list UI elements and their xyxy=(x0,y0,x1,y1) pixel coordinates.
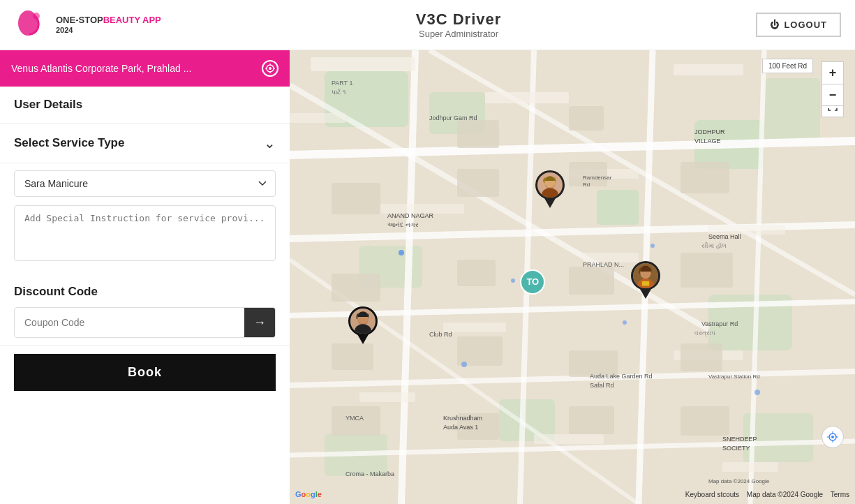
google-e: e xyxy=(318,490,322,498)
google-g2: g xyxy=(311,490,315,498)
svg-rect-60 xyxy=(569,406,614,434)
header-center: V3C Driver Super Administrator xyxy=(416,10,502,39)
map-marker-to: TO xyxy=(520,269,545,295)
svg-text:વસ્ત્રાપ: વસ્ત્રાપ xyxy=(694,329,715,337)
svg-text:PART 1: PART 1 xyxy=(332,80,353,87)
target-icon xyxy=(265,64,275,73)
svg-text:Safal Rd: Safal Rd xyxy=(590,382,614,389)
service-select-area: Sara ManicureSara PedicureHair CutFacial xyxy=(0,163,290,275)
coupon-input[interactable] xyxy=(15,310,244,335)
left-panel: Venus Atlantis Corporate Park, Prahlad .… xyxy=(0,50,290,504)
map-marker-2 xyxy=(347,306,379,346)
svg-text:Croma - Makarba: Croma - Makarba xyxy=(345,470,394,477)
page-subtitle: Super Administrator xyxy=(416,29,502,39)
svg-rect-105 xyxy=(642,281,649,286)
map-distance-label: 100 Feet Rd xyxy=(762,59,813,73)
marker-tail-2 xyxy=(357,334,369,344)
marker-pin-2 xyxy=(347,306,379,346)
svg-text:Club Rd: Club Rd xyxy=(429,331,452,338)
svg-text:પાર્ટ ૧: પાર્ટ ૧ xyxy=(332,89,346,96)
logo-area: ONE-STOPBEAUTY APP 2024 xyxy=(14,8,161,43)
zoom-out-button[interactable]: − xyxy=(821,84,844,106)
svg-text:સીમા હૉલ: સીમા હૉલ xyxy=(701,242,727,249)
svg-rect-34 xyxy=(290,113,345,123)
svg-rect-57 xyxy=(681,343,722,371)
svg-rect-52 xyxy=(569,267,614,295)
discount-title: Discount Code xyxy=(14,285,276,299)
svg-rect-51 xyxy=(457,260,496,286)
marker-avatar-3 xyxy=(631,261,660,290)
svg-text:VILLAGE: VILLAGE xyxy=(694,138,721,144)
svg-rect-47 xyxy=(457,169,499,197)
map-attribution: Keyboard stcouts Map data ©2024 Google T… xyxy=(685,491,849,498)
svg-rect-42 xyxy=(534,434,604,444)
coupon-submit-button[interactable]: → xyxy=(244,308,275,337)
svg-rect-41 xyxy=(359,392,415,402)
special-instruction-input[interactable] xyxy=(14,205,276,261)
svg-rect-46 xyxy=(332,183,380,214)
svg-point-92 xyxy=(754,390,760,395)
book-btn-area: Book xyxy=(0,346,290,399)
svg-text:Krushnadham: Krushnadham xyxy=(443,415,482,422)
svg-text:Vastrapur Station Rd: Vastrapur Station Rd xyxy=(708,373,760,380)
my-location-button[interactable] xyxy=(821,426,844,448)
logout-button[interactable]: ⏻ LOGOUT xyxy=(756,13,841,37)
svg-text:PRAHLAD N...: PRAHLAD N... xyxy=(583,261,624,268)
power-icon: ⏻ xyxy=(770,20,780,30)
zoom-in-button[interactable]: + xyxy=(821,61,844,84)
location-icon[interactable] xyxy=(262,60,278,77)
book-button[interactable]: Book xyxy=(14,354,276,391)
svg-rect-33 xyxy=(674,64,743,75)
svg-text:આનંદ નગર: આનંદ નગર xyxy=(387,221,419,228)
svg-text:ANAND NAGAR: ANAND NAGAR xyxy=(387,212,434,219)
location-address: Venus Atlantis Corporate Park, Prahlad .… xyxy=(11,63,191,74)
svg-text:SOCIETY: SOCIETY xyxy=(722,445,750,452)
svg-point-90 xyxy=(623,320,627,325)
service-type-dropdown[interactable]: Sara ManicureSara PedicureHair CutFacial xyxy=(14,170,276,197)
avatar-svg-2 xyxy=(350,309,376,334)
marker-pin-3 xyxy=(630,261,662,300)
location-bar[interactable]: Venus Atlantis Corporate Park, Prahlad .… xyxy=(0,50,290,87)
select-service-header[interactable]: Select Service Type ⌄ xyxy=(0,124,290,163)
svg-text:YMCA: YMCA xyxy=(345,415,364,422)
page-title: V3C Driver xyxy=(416,10,502,29)
svg-rect-45 xyxy=(569,106,604,131)
main-area: Venus Atlantis Corporate Park, Prahlad .… xyxy=(0,50,855,504)
marker-avatar-1 xyxy=(535,170,565,200)
arrow-right-icon: → xyxy=(253,316,266,330)
discount-section: Discount Code → xyxy=(0,275,290,346)
svg-rect-13 xyxy=(597,190,639,225)
map-marker-1 xyxy=(534,170,566,209)
svg-text:JODHPUR: JODHPUR xyxy=(694,128,725,135)
svg-rect-53 xyxy=(681,253,733,288)
svg-point-107 xyxy=(831,436,834,438)
svg-text:Auda Avas 1: Auda Avas 1 xyxy=(443,424,478,431)
map-background: PART 1 પાર્ટ ૧ Jodhpu JODHPUR VILLAGE Jo… xyxy=(290,50,855,504)
svg-rect-55 xyxy=(457,336,503,366)
google-g: G xyxy=(295,490,302,498)
svg-text:Map data ©2024 Google: Map data ©2024 Google xyxy=(708,478,770,484)
svg-rect-31 xyxy=(311,57,415,71)
coupon-row: → xyxy=(14,307,276,338)
logo-year: 2024 xyxy=(56,26,161,35)
svg-rect-43 xyxy=(722,462,778,472)
marker-tail-3 xyxy=(640,289,651,299)
avatar-svg-3 xyxy=(633,263,658,288)
svg-rect-12 xyxy=(764,78,820,141)
avatar-svg-1 xyxy=(537,172,563,198)
logout-label: LOGOUT xyxy=(784,20,827,30)
to-label: TO xyxy=(526,276,539,287)
svg-rect-44 xyxy=(457,120,499,148)
logo-one-stop: ONE-STOP xyxy=(56,15,103,25)
marker-avatar-2 xyxy=(348,306,378,336)
keyboard-shortcuts[interactable]: Keyboard stcouts xyxy=(685,491,739,498)
svg-rect-32 xyxy=(485,92,569,103)
svg-point-88 xyxy=(399,250,404,255)
svg-rect-49 xyxy=(681,162,729,193)
google-logo: Google xyxy=(295,490,322,498)
svg-rect-61 xyxy=(681,406,729,436)
terms-link[interactable]: Terms xyxy=(831,491,849,498)
svg-rect-39 xyxy=(443,323,506,332)
marker-pin-1 xyxy=(534,170,566,209)
logo-icon xyxy=(14,8,49,43)
